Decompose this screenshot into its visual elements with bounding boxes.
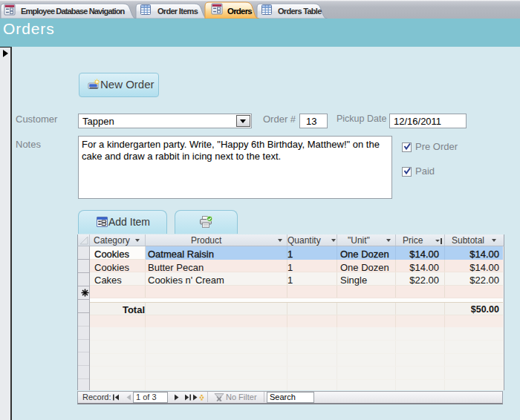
svg-text:Order Items: Order Items (157, 7, 198, 16)
svg-text:Employee Database Navigation: Employee Database Navigation (21, 7, 126, 16)
svg-text:Orders: Orders (227, 7, 252, 16)
svg-text:Orders Table: Orders Table (278, 7, 322, 16)
